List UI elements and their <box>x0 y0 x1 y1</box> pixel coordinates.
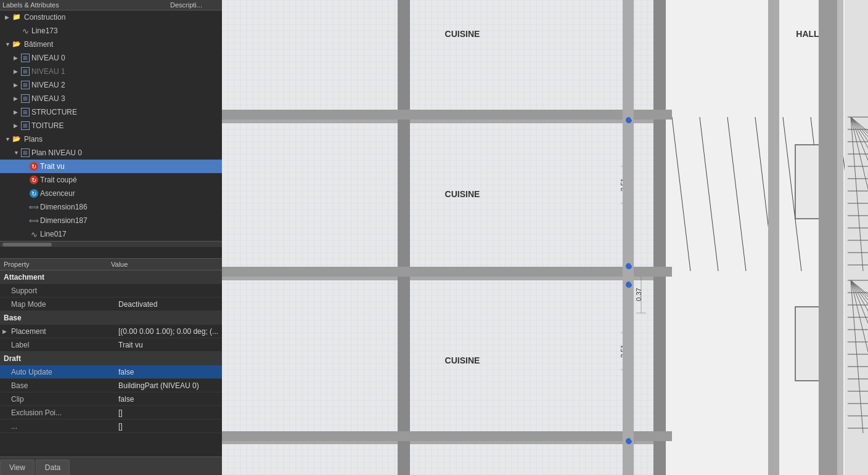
tree-items: 📁Construction∿Line173📂Bâtiment⊞NIVEAU 0⊞… <box>0 10 222 241</box>
tree-item-label: NIVEAU 1 <box>31 67 65 76</box>
cad-canvas <box>222 0 868 475</box>
tree-item-dim187[interactable]: ⟺Dimension187 <box>0 214 222 227</box>
tree-item-line173[interactable]: ∿Line173 <box>0 24 222 38</box>
tree-item-niveau1[interactable]: ⊞NIVEAU 1 <box>0 65 222 78</box>
prop-row: Support <box>0 284 222 298</box>
tree-item-construction[interactable]: 📁Construction <box>0 10 222 24</box>
tree-col-label: Labels & Attributes <box>2 1 170 9</box>
cad-view[interactable] <box>222 0 868 475</box>
prop-expand-arrow[interactable]: ▶ <box>0 328 7 335</box>
tree-item-plan_niveau0[interactable]: ⊞Plan NIVEAU 0 <box>0 146 222 160</box>
tree-item-label: Dimension187 <box>40 216 88 225</box>
cycle-red-icon: ↻ <box>30 176 38 184</box>
prop-row: Clipfalse <box>0 392 222 406</box>
tree-item-niveau3[interactable]: ⊞NIVEAU 3 <box>0 92 222 105</box>
prop-value: [] <box>115 422 222 431</box>
tree-item-label: Trait coupé <box>40 176 77 184</box>
view-icon: ⊞ <box>21 108 30 116</box>
left-panel: Labels & Attributes Descripti... 📁Constr… <box>0 0 222 475</box>
props-section[interactable]: Property Value AttachmentSupportMap Mode… <box>0 259 222 457</box>
tree-item-niveau2[interactable]: ⊞NIVEAU 2 <box>0 78 222 92</box>
prop-name: Placement <box>7 327 115 336</box>
folder-open-icon: 📂 <box>12 135 22 144</box>
prop-section-name: Base <box>0 314 111 322</box>
horizontal-scrollbar[interactable] <box>0 241 222 247</box>
tree-item-label: TOITURE <box>31 121 63 130</box>
prop-name: Base <box>0 381 115 390</box>
tree-item-label: Dimension186 <box>40 203 88 211</box>
tab-data[interactable]: Data <box>36 460 70 475</box>
tree-item-niveau0[interactable]: ⊞NIVEAU 0 <box>0 51 222 65</box>
view-icon: ⊞ <box>21 148 30 157</box>
prop-row: ...[] <box>0 420 222 433</box>
prop-section-name: Draft <box>0 354 111 363</box>
prop-value: Deactivated <box>115 300 222 309</box>
tree-item-trait_coupe[interactable]: ↻Trait coupé <box>0 173 222 187</box>
props-col-property: Property <box>4 261 111 268</box>
prop-row: Base <box>0 311 222 325</box>
tree-item-label: STRUCTURE <box>31 108 77 116</box>
folder-open-icon: 📂 <box>12 40 22 49</box>
prop-row: Draft <box>0 352 222 365</box>
line-icon: ∿ <box>21 26 30 35</box>
tree-item-label: NIVEAU 0 <box>31 54 65 62</box>
tree-item-batiment[interactable]: 📂Bâtiment <box>0 38 222 51</box>
prop-value: BuildingPart (NIVEAU 0) <box>115 381 222 390</box>
prop-value: Trait vu <box>115 341 222 349</box>
tree-item-label: Plan NIVEAU 0 <box>31 148 82 157</box>
view-icon: ⊞ <box>21 94 30 103</box>
prop-row: Map ModeDeactivated <box>0 298 222 311</box>
prop-name: Label <box>0 341 115 349</box>
prop-name: Support <box>0 286 115 295</box>
tree-item-label: Plans <box>24 135 43 144</box>
props-header: Property Value <box>0 259 222 270</box>
prop-value: [(0.00 0.00 1.00); 0.00 deg; (... <box>115 327 222 336</box>
prop-row: LabelTrait vu <box>0 338 222 352</box>
props-col-value: Value <box>111 261 218 268</box>
folder-icon: 📁 <box>12 13 22 22</box>
tree-item-label: Construction <box>24 13 65 22</box>
view-icon: ⊞ <box>21 121 30 130</box>
line-icon: ∿ <box>30 230 38 238</box>
tree-item-label: Line173 <box>31 26 58 35</box>
view-icon: ⊞ <box>21 67 30 76</box>
prop-row: BaseBuildingPart (NIVEAU 0) <box>0 379 222 392</box>
prop-value: [] <box>115 408 222 417</box>
prop-row: Exclusion Poi...[] <box>0 406 222 420</box>
prop-row: ▶Placement[(0.00 0.00 1.00); 0.00 deg; (… <box>0 325 222 338</box>
prop-name: Exclusion Poi... <box>0 408 115 417</box>
tree-item-label: Bâtiment <box>24 40 53 49</box>
tree-item-label: NIVEAU 3 <box>31 94 65 103</box>
prop-section-name: Attachment <box>0 273 111 282</box>
cycle-red-icon: ↻ <box>30 162 38 171</box>
props-rows: AttachmentSupportMap ModeDeactivatedBase… <box>0 270 222 433</box>
prop-name: Map Mode <box>0 300 115 309</box>
view-icon: ⊞ <box>21 81 30 89</box>
prop-row: Attachment <box>0 270 222 284</box>
tree-item-plans[interactable]: 📂Plans <box>0 132 222 146</box>
scrollbar-thumb <box>2 243 52 246</box>
prop-value: false <box>115 368 222 376</box>
bottom-tabs: View Data <box>0 457 222 475</box>
tree-item-line017[interactable]: ∿Line017 <box>0 227 222 241</box>
prop-name: ... <box>0 422 115 431</box>
tree-item-label: Line017 <box>40 230 67 238</box>
tree-col-desc: Descripti... <box>170 1 219 9</box>
prop-name: Clip <box>0 395 115 404</box>
tree-item-ascenseur[interactable]: ↻Ascenceur <box>0 187 222 200</box>
tree-item-structure[interactable]: ⊞STRUCTURE <box>0 105 222 119</box>
tree-item-label: Ascenceur <box>40 189 75 198</box>
tree-header: Labels & Attributes Descripti... <box>0 0 222 10</box>
prop-name: Auto Update <box>0 368 115 376</box>
tree-item-label: NIVEAU 2 <box>31 81 65 89</box>
dim-icon: ⟺ <box>30 203 38 211</box>
dim-icon: ⟺ <box>30 216 38 225</box>
tab-view[interactable]: View <box>0 460 35 475</box>
tree-section[interactable]: Labels & Attributes Descripti... 📁Constr… <box>0 0 222 259</box>
tree-item-toiture[interactable]: ⊞TOITURE <box>0 119 222 132</box>
prop-row[interactable]: Auto Updatefalse <box>0 365 222 379</box>
tree-item-dim186[interactable]: ⟺Dimension186 <box>0 200 222 214</box>
tree-item-trait_vu[interactable]: ↻Trait vu <box>0 160 222 173</box>
prop-value: false <box>115 395 222 404</box>
tree-item-label: Trait vu <box>40 162 65 171</box>
